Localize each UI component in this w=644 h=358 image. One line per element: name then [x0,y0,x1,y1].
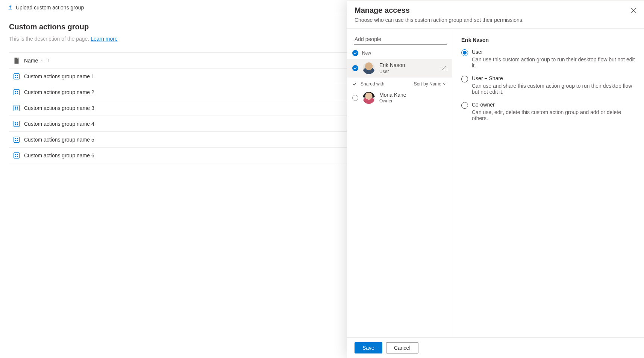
svg-rect-21 [15,154,16,155]
option-description: Can use and share this custom action gro… [472,83,635,95]
radio-icon [461,49,468,56]
group-icon [14,121,20,127]
col-name[interactable]: Name [24,58,50,64]
manage-access-panel: Manage access Choose who can use this cu… [347,0,644,358]
sort-by-button[interactable]: Sort by Name [414,81,447,87]
svg-rect-16 [17,124,18,125]
option-label: User + Share [472,75,635,81]
svg-rect-2 [17,75,18,76]
chevron-down-icon [443,82,447,86]
person-row[interactable]: Erik Nason User [347,59,452,78]
chevron-down-icon [40,59,44,62]
avatar [363,62,375,74]
permission-option[interactable]: Co-owner Can use, edit, delete this cust… [461,102,635,121]
group-icon [14,105,20,111]
svg-rect-1 [15,75,16,76]
group-icon [14,137,20,143]
check-icon [352,50,358,56]
person-role: Owner [379,98,447,104]
avatar [363,92,375,104]
permission-option[interactable]: User Can use this custom action group to… [461,49,635,69]
permission-option[interactable]: User + Share Can use and share this cust… [461,75,635,95]
svg-rect-7 [15,93,16,94]
close-button[interactable] [629,6,638,15]
svg-rect-13 [15,122,16,123]
upload-button[interactable]: Upload custom actions group [5,3,86,12]
svg-rect-24 [17,156,18,157]
svg-rect-10 [17,107,18,108]
svg-rect-3 [15,77,16,78]
svg-rect-4 [17,77,18,78]
group-icon [14,73,20,79]
learn-more-link[interactable]: Learn more [91,36,118,42]
svg-rect-17 [15,138,16,139]
group-icon [14,89,20,95]
person-name: Mona Kane [379,92,447,99]
people-list: New Erik Nason User Shared with [347,29,452,337]
option-label: Co-owner [472,102,635,108]
svg-rect-14 [17,122,18,123]
new-section-header[interactable]: New [347,49,452,59]
radio-icon [461,102,468,109]
radio-empty-icon [352,95,358,101]
svg-rect-5 [15,91,16,92]
svg-rect-23 [15,156,16,157]
option-description: Can use this custom action group to run … [472,56,635,69]
save-button[interactable]: Save [355,342,382,353]
close-icon [441,66,446,70]
svg-rect-19 [15,140,16,141]
person-row[interactable]: Mona Kane Owner [347,89,452,107]
sort-up-icon [46,59,50,62]
panel-header: Manage access Choose who can use this cu… [347,1,644,29]
panel-footer: Save Cancel [347,337,644,358]
close-icon [631,8,636,13]
panel-title: Manage access [355,6,636,15]
remove-person-button[interactable] [440,64,447,72]
person-name: Erik Nason [379,62,435,69]
svg-rect-18 [17,138,18,139]
add-people-input[interactable] [354,34,447,45]
cancel-button[interactable]: Cancel [386,342,418,353]
shared-with-header[interactable]: Shared with Sort by Name [347,78,452,89]
option-label: User [472,49,635,55]
file-icon [14,58,19,64]
svg-rect-9 [15,107,16,108]
person-role: User [379,69,435,75]
svg-rect-6 [17,91,18,92]
upload-icon [8,5,13,10]
svg-rect-20 [17,140,18,141]
upload-label: Upload custom actions group [16,5,84,11]
radio-icon [461,76,468,82]
group-icon [14,152,20,158]
permission-detail: Erik Nason User Can use this custom acti… [452,29,644,337]
check-icon [352,65,358,71]
option-description: Can use, edit, delete this custom action… [472,109,635,121]
svg-rect-15 [15,124,16,125]
svg-rect-11 [15,108,16,110]
svg-rect-22 [17,154,18,155]
svg-rect-12 [17,108,18,110]
detail-person-name: Erik Nason [461,37,635,43]
check-icon [352,82,357,86]
panel-subtitle: Choose who can use this custom action gr… [355,17,636,23]
svg-rect-8 [17,93,18,94]
